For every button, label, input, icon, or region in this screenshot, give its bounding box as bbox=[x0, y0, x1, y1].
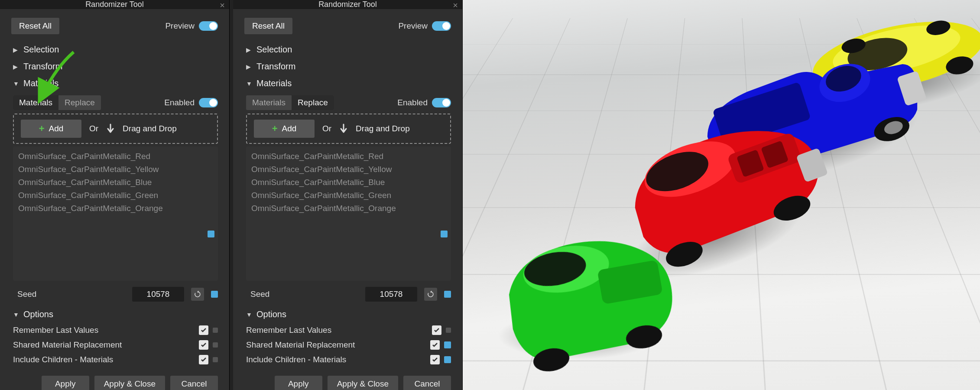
reset-all-button[interactable]: Reset All bbox=[11, 18, 59, 34]
tab-materials[interactable]: Materials bbox=[246, 95, 292, 110]
add-button[interactable]: + Add bbox=[254, 120, 315, 138]
reset-indicator-icon[interactable] bbox=[444, 356, 451, 363]
section-transform[interactable]: Transform bbox=[11, 58, 218, 75]
section-materials[interactable]: Materials bbox=[11, 75, 218, 92]
chevron-right-icon bbox=[13, 46, 20, 53]
refresh-seed-button[interactable] bbox=[191, 288, 204, 301]
tab-replace[interactable]: Replace bbox=[58, 95, 101, 110]
list-item[interactable]: OmniSurface_CarPaintMetallic_Blue bbox=[251, 176, 446, 189]
chevron-right-icon bbox=[246, 46, 253, 53]
section-selection[interactable]: Selection bbox=[11, 41, 218, 58]
panel-right: Randomizer Tool × Reset All Preview Sele… bbox=[233, 0, 463, 390]
checkbox-include[interactable] bbox=[430, 355, 440, 364]
reset-indicator-icon[interactable] bbox=[213, 342, 218, 348]
checkbox-include[interactable] bbox=[199, 355, 208, 364]
seed-label: Seed bbox=[17, 289, 125, 299]
material-list: OmniSurface_CarPaintMetallic_Red OmniSur… bbox=[13, 146, 218, 281]
add-button[interactable]: + Add bbox=[21, 120, 81, 138]
arrow-down-icon bbox=[339, 124, 348, 134]
section-selection[interactable]: Selection bbox=[244, 41, 451, 58]
cancel-button[interactable]: Cancel bbox=[403, 376, 451, 390]
reset-indicator-icon[interactable] bbox=[441, 231, 448, 237]
enabled-toggle[interactable] bbox=[199, 98, 218, 107]
tab-materials[interactable]: Materials bbox=[13, 95, 58, 110]
list-item[interactable]: OmniSurface_CarPaintMetallic_Orange bbox=[18, 202, 213, 215]
close-icon[interactable]: × bbox=[218, 1, 227, 10]
material-list: OmniSurface_CarPaintMetallic_Red OmniSur… bbox=[246, 146, 451, 281]
preview-toggle[interactable] bbox=[432, 21, 451, 31]
chevron-down-icon bbox=[13, 80, 20, 87]
reset-indicator-icon[interactable] bbox=[213, 328, 218, 333]
section-label: Selection bbox=[256, 45, 292, 55]
checkbox-shared[interactable] bbox=[430, 340, 440, 350]
chevron-down-icon bbox=[246, 311, 253, 318]
enabled-toggle[interactable] bbox=[432, 98, 451, 107]
option-remember: Remember Last Values bbox=[246, 323, 451, 338]
options-section-body: Remember Last Values Shared Material Rep… bbox=[11, 323, 218, 367]
refresh-icon bbox=[194, 290, 201, 298]
panel-title: Randomizer Tool bbox=[318, 0, 377, 9]
list-item[interactable]: OmniSurface_CarPaintMetallic_Green bbox=[251, 189, 446, 202]
option-label: Shared Material Replacement bbox=[13, 340, 199, 350]
apply-button[interactable]: Apply bbox=[42, 376, 89, 390]
options-section-body: Remember Last Values Shared Material Rep… bbox=[244, 323, 451, 367]
seed-input[interactable] bbox=[132, 287, 184, 302]
checkbox-remember[interactable] bbox=[199, 325, 208, 335]
chevron-down-icon bbox=[246, 80, 253, 87]
or-text: Or bbox=[89, 124, 98, 133]
section-options[interactable]: Options bbox=[244, 306, 451, 323]
plus-icon: + bbox=[272, 123, 278, 134]
enabled-label: Enabled bbox=[397, 98, 428, 107]
reset-indicator-icon[interactable] bbox=[444, 291, 451, 298]
reset-all-button[interactable]: Reset All bbox=[244, 18, 292, 34]
materials-section-body: Materials Replace Enabled + Add bbox=[244, 92, 451, 306]
checkbox-shared[interactable] bbox=[199, 340, 208, 350]
list-item[interactable]: OmniSurface_CarPaintMetallic_Yellow bbox=[18, 163, 213, 176]
seed-label: Seed bbox=[250, 289, 358, 299]
add-label: Add bbox=[49, 124, 64, 133]
seed-row: Seed bbox=[13, 281, 218, 306]
option-label: Shared Material Replacement bbox=[246, 340, 430, 350]
reset-indicator-icon[interactable] bbox=[208, 231, 214, 237]
section-options[interactable]: Options bbox=[11, 306, 218, 323]
reset-indicator-icon[interactable] bbox=[211, 291, 218, 298]
material-dropzone[interactable]: + Add Or Drag and Drop bbox=[13, 114, 218, 144]
list-item[interactable]: OmniSurface_CarPaintMetallic_Orange bbox=[251, 202, 446, 215]
option-label: Include Children - Materials bbox=[246, 355, 430, 364]
arrow-down-icon bbox=[106, 124, 115, 134]
refresh-seed-button[interactable] bbox=[424, 288, 437, 301]
section-materials[interactable]: Materials bbox=[244, 75, 451, 92]
panel-left-wrap: ▼ Randomizer Tool × Reset All Preview Se… bbox=[0, 0, 230, 390]
option-shared: Shared Material Replacement bbox=[13, 338, 218, 352]
option-label: Include Children - Materials bbox=[13, 355, 199, 364]
refresh-icon bbox=[427, 290, 435, 298]
section-transform[interactable]: Transform bbox=[244, 58, 451, 75]
list-item[interactable]: OmniSurface_CarPaintMetallic_Red bbox=[18, 150, 213, 163]
close-icon[interactable]: × bbox=[451, 1, 460, 10]
seed-input[interactable] bbox=[365, 287, 417, 302]
panel-right-wrap: Randomizer Tool × Reset All Preview Sele… bbox=[233, 0, 463, 390]
viewport-3d[interactable] bbox=[463, 0, 980, 390]
section-label: Transform bbox=[256, 62, 295, 72]
checkbox-remember[interactable] bbox=[432, 325, 441, 335]
reset-indicator-icon[interactable] bbox=[446, 328, 451, 333]
list-item[interactable]: OmniSurface_CarPaintMetallic_Red bbox=[251, 150, 446, 163]
reset-indicator-icon[interactable] bbox=[213, 357, 218, 362]
option-shared: Shared Material Replacement bbox=[246, 338, 451, 352]
reset-indicator-icon[interactable] bbox=[444, 341, 451, 348]
panel-left: Randomizer Tool × Reset All Preview Sele… bbox=[0, 0, 230, 390]
tab-replace[interactable]: Replace bbox=[292, 95, 334, 110]
list-item[interactable]: OmniSurface_CarPaintMetallic_Yellow bbox=[251, 163, 446, 176]
apply-close-button[interactable]: Apply & Close bbox=[94, 376, 165, 390]
material-dropzone[interactable]: + Add Or Drag and Drop bbox=[246, 114, 451, 144]
footer-buttons: Apply Apply & Close Cancel bbox=[11, 367, 218, 390]
list-item[interactable]: OmniSurface_CarPaintMetallic_Blue bbox=[18, 176, 213, 189]
apply-button[interactable]: Apply bbox=[275, 376, 322, 390]
panel-titlebar: Randomizer Tool × bbox=[0, 0, 229, 9]
list-item[interactable]: OmniSurface_CarPaintMetallic_Green bbox=[18, 189, 213, 202]
cancel-button[interactable]: Cancel bbox=[170, 376, 218, 390]
chevron-right-icon bbox=[246, 63, 253, 70]
option-include: Include Children - Materials bbox=[246, 352, 451, 367]
preview-toggle[interactable] bbox=[199, 21, 218, 31]
apply-close-button[interactable]: Apply & Close bbox=[328, 376, 398, 390]
